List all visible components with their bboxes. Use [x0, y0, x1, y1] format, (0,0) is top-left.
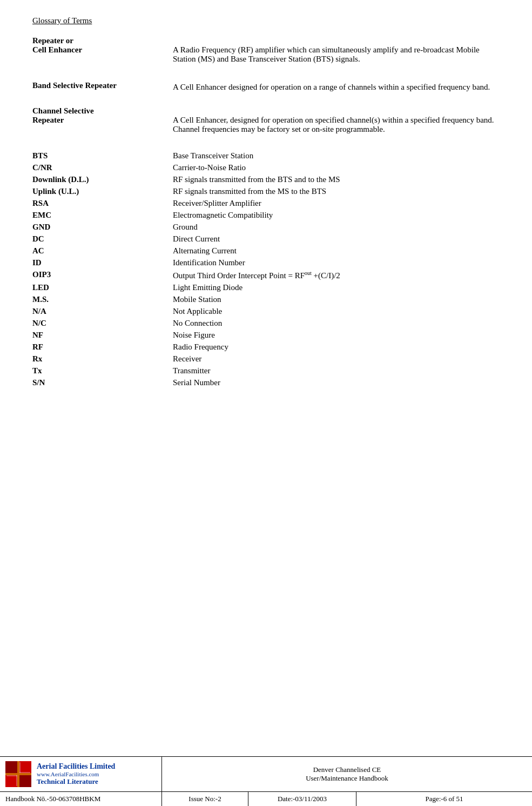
abbrev-term: GND — [32, 223, 173, 232]
footer: Aerial Facilities Limited www.AerialFaci… — [0, 756, 532, 806]
abbrev-term: RF — [32, 342, 173, 352]
term-band-selective-def: A Cell Enhancer designed for operation o… — [173, 81, 500, 93]
tech-lit-label: Technical Literature — [37, 777, 115, 786]
svg-rect-5 — [17, 761, 19, 787]
footer-issue: Issue No:-2 — [162, 792, 248, 806]
abbrev-def: Output Third Order Intercept Point = RFo… — [173, 270, 500, 280]
list-item: NFNoise Figure — [32, 331, 500, 340]
abbrev-def: Electromagnetic Compatibility — [173, 211, 500, 220]
abbrev-term: NF — [32, 331, 173, 340]
list-item: BTSBase Transceiver Station — [32, 151, 500, 160]
list-item: Uplink (U.L.)RF signals transmitted from… — [32, 187, 500, 196]
abbrev-term: RSA — [32, 199, 173, 208]
term-repeater-def: A Radio Frequency (RF) amplifier which c… — [173, 45, 500, 64]
svg-rect-7 — [19, 775, 31, 787]
abbrev-term: N/C — [32, 319, 173, 328]
list-item: GNDGround — [32, 223, 500, 232]
term-channel-selective-label: Repeater — [32, 116, 173, 134]
page-title: Glossary of Terms — [32, 16, 500, 25]
abbrev-def: Radio Frequency — [173, 342, 500, 352]
abbrev-def: RF signals transmitted from the MS to th… — [173, 187, 500, 196]
footer-info-row: Handbook Nō.-50-063708HBKM Issue No:-2 D… — [0, 792, 532, 806]
list-item: Downlink (D.L.)RF signals transmitted fr… — [32, 175, 500, 184]
abbrev-term: Downlink (D.L.) — [32, 175, 173, 184]
list-item: EMCElectromagnetic Compatibility — [32, 211, 500, 220]
abbrev-def: Noise Figure — [173, 331, 500, 340]
list-item: M.S.Mobile Station — [32, 295, 500, 304]
abbrev-term: Rx — [32, 354, 173, 364]
abbrev-def: Carrier-to-Noise Ratio — [173, 163, 500, 172]
abbrev-term: AC — [32, 246, 173, 256]
abbrev-def: Receiver/Splitter Amplifier — [173, 199, 500, 208]
abbrev-term: C/NR — [32, 163, 173, 172]
footer-doc-cell: Denver Channelised CE User/Maintenance H… — [162, 757, 532, 791]
footer-logo-cell: Aerial Facilities Limited www.AerialFaci… — [0, 757, 162, 791]
term-channel-selective-heading: Channel Selective — [32, 106, 500, 116]
term-band-selective: Band Selective Repeater A Cell Enhancer … — [32, 81, 500, 93]
abbrev-def: Receiver — [173, 354, 500, 364]
list-item: TxTransmitter — [32, 366, 500, 375]
term-channel-selective: Channel Selective Repeater A Cell Enhanc… — [32, 106, 500, 134]
list-item: C/NRCarrier-to-Noise Ratio — [32, 163, 500, 172]
list-item: DCDirect Current — [32, 234, 500, 244]
glossary-body: Repeater or Cell Enhancer A Radio Freque… — [32, 36, 500, 387]
footer-doc-title: Denver Channelised CE — [167, 765, 527, 774]
list-item: RxReceiver — [32, 354, 500, 364]
page: Glossary of Terms Repeater or Cell Enhan… — [0, 0, 532, 806]
abbrev-term: LED — [32, 283, 173, 292]
company-website: www.AerialFacilities.com — [37, 771, 115, 777]
abbrev-def: Identification Number — [173, 258, 500, 267]
abbrev-def: RF signals transmitted from the BTS and … — [173, 175, 500, 184]
footer-doc-subtitle: User/Maintenance Handbook — [167, 774, 527, 783]
list-item: RFRadio Frequency — [32, 342, 500, 352]
abbrev-def: Alternating Current — [173, 246, 500, 256]
list-item: S/NSerial Number — [32, 378, 500, 387]
abbrev-def: Base Transceiver Station — [173, 151, 500, 160]
term-channel-selective-line2: Repeater A Cell Enhancer, designed for o… — [32, 116, 500, 134]
abbrev-term: S/N — [32, 378, 173, 387]
abbrev-def: Ground — [173, 223, 500, 232]
term-repeater-label: Cell Enhancer — [32, 45, 173, 64]
list-item: IDIdentification Number — [32, 258, 500, 267]
company-logo-icon — [5, 761, 31, 787]
list-item: ACAlternating Current — [32, 246, 500, 256]
abbrev-def: Serial Number — [173, 378, 500, 387]
term-repeater-heading: Repeater or — [32, 36, 500, 45]
abbrev-def: Mobile Station — [173, 295, 500, 304]
footer-handbook: Handbook Nō.-50-063708HBKM — [0, 792, 162, 806]
abbrev-term: BTS — [32, 151, 173, 160]
list-item: OIP3Output Third Order Intercept Point =… — [32, 270, 500, 280]
abbrev-def: Not Applicable — [173, 307, 500, 316]
footer-page: Page:-6 of 51 — [356, 792, 532, 806]
abbrev-term: OIP3 — [32, 270, 173, 280]
abbrev-term: Tx — [32, 366, 173, 375]
term-repeater: Repeater or Cell Enhancer A Radio Freque… — [32, 36, 500, 64]
list-item: N/ANot Applicable — [32, 307, 500, 316]
list-item: RSAReceiver/Splitter Amplifier — [32, 199, 500, 208]
abbrev-def: No Connection — [173, 319, 500, 328]
abbrev-term: ID — [32, 258, 173, 267]
abbrev-def: Transmitter — [173, 366, 500, 375]
footer-date: Date:-03/11/2003 — [248, 792, 356, 806]
list-item: LEDLight Emitting Diode — [32, 283, 500, 292]
abbrev-term: M.S. — [32, 295, 173, 304]
list-item: N/CNo Connection — [32, 319, 500, 328]
footer-logo-row: Aerial Facilities Limited www.AerialFaci… — [0, 757, 532, 792]
abbreviations-list: BTSBase Transceiver StationC/NRCarrier-t… — [32, 151, 500, 387]
term-band-selective-label: Band Selective Repeater — [32, 81, 173, 93]
company-name: Aerial Facilities Limited — [37, 762, 115, 771]
svg-rect-6 — [5, 761, 17, 773]
term-channel-selective-def: A Cell Enhancer, designed for operation … — [173, 116, 500, 134]
abbrev-def: Direct Current — [173, 234, 500, 244]
abbrev-term: EMC — [32, 211, 173, 220]
abbrev-term: Uplink (U.L.) — [32, 187, 173, 196]
term-repeater-line2: Cell Enhancer A Radio Frequency (RF) amp… — [32, 45, 500, 64]
abbrev-term: N/A — [32, 307, 173, 316]
abbrev-term: DC — [32, 234, 173, 244]
logo-text: Aerial Facilities Limited www.AerialFaci… — [37, 762, 115, 786]
abbrev-def: Light Emitting Diode — [173, 283, 500, 292]
